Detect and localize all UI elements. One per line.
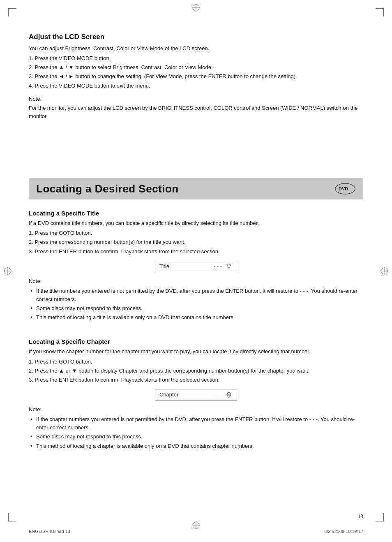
corner-mark-top-left — [8, 8, 16, 16]
section-banner: Locating a Desired Section DVD — [29, 178, 363, 199]
chapter-display-box: Chapter - - - — [155, 389, 237, 401]
footer: ENGLISH IB.indd 13 6/24/2009 10:19:17 — [0, 529, 392, 534]
reg-mark-right — [380, 266, 389, 276]
adjust-lcd-steps: 1. Press the VIDEO MODE button. 2. Press… — [29, 54, 363, 90]
chapter-bullet-3: This method of locating a chapter is ava… — [29, 442, 363, 450]
svg-text:DVD: DVD — [339, 186, 348, 191]
adjust-note-text: For the monitor, you can adjust the LCD … — [29, 104, 363, 120]
chapter-note-label: Note: — [29, 405, 363, 414]
banner-title: Locating a Desired Section — [36, 183, 179, 195]
title-bullet-2: Some discs may not respond to this proce… — [29, 304, 363, 313]
page: Adjust the LCD Screen You can adjust Bri… — [0, 0, 392, 542]
title-display-value: - - - — [214, 263, 222, 269]
title-note-bullets: If the title numbers you entered is not … — [29, 287, 363, 322]
page-number: 13 — [358, 513, 363, 519]
chapter-bullet-1: If the chapter numbers you entered is no… — [29, 415, 363, 432]
adjust-step-1: 1. Press the VIDEO MODE button. — [29, 54, 363, 63]
chapter-step-3: 3. Press the ENTER button to confirm. Pl… — [29, 376, 363, 384]
specific-title-steps: 1. Press the GOTO button. 2. Press the c… — [29, 229, 363, 255]
title-display-icon — [225, 263, 233, 270]
reg-mark-bottom — [191, 521, 201, 530]
reg-mark-top — [191, 3, 201, 12]
chapter-bullet-2: Some discs may not respond to this proce… — [29, 433, 363, 441]
adjust-step-3: 3. Press the ◄ / ► button to change the … — [29, 72, 363, 81]
chapter-step-1: 1. Press the GOTO button. — [29, 358, 363, 366]
adjust-note: Note: For the monitor, you can adjust th… — [29, 95, 363, 120]
chapter-display-icon — [225, 391, 233, 398]
specific-title-intro: If a DVD contains title numbers, you can… — [29, 219, 363, 227]
adjust-lcd-heading: Adjust the LCD Screen — [29, 33, 363, 41]
title-note-label: Note: — [29, 277, 363, 285]
svg-marker-14 — [227, 265, 231, 268]
adjust-step-4: 4. Press the VIDEO MODE button to exit t… — [29, 82, 363, 90]
chapter-note-bullets: If the chapter numbers you entered is no… — [29, 415, 363, 450]
specific-chapter-intro: If you know the chapter number for the c… — [29, 347, 363, 356]
adjust-note-label: Note: — [29, 95, 363, 103]
adjust-lcd-section: Adjust the LCD Screen You can adjust Bri… — [29, 33, 363, 120]
title-step-2: 2. Press the corresponding number button… — [29, 238, 363, 246]
svg-marker-16 — [227, 395, 231, 398]
dvd-badge: DVD — [334, 182, 356, 195]
specific-title-heading: Locating a Specific Title — [29, 210, 363, 217]
title-bullet-3: This method of locating a title is avail… — [29, 313, 363, 322]
footer-right: 6/24/2009 10:19:17 — [324, 529, 363, 534]
page-number-text: 13 — [358, 514, 363, 519]
corner-mark-bottom-left — [8, 513, 16, 521]
title-step-1: 1. Press the GOTO button. — [29, 229, 363, 237]
specific-chapter-heading: Locating a Specific Chapter — [29, 338, 363, 345]
svg-marker-15 — [227, 392, 231, 394]
title-bullet-1: If the title numbers you entered is not … — [29, 287, 363, 303]
chapter-display-label: Chapter — [159, 391, 214, 398]
title-step-3: 3. Press the ENTER button to confirm. Pl… — [29, 248, 363, 256]
specific-title-section: Locating a Specific Title If a DVD conta… — [29, 210, 363, 322]
chapter-display-wrapper: Chapter - - - — [29, 389, 363, 401]
adjust-step-2: 2. Press the ▲ / ▼ button to select Brig… — [29, 63, 363, 72]
specific-chapter-steps: 1. Press the GOTO button. 2. Press the ▲… — [29, 358, 363, 384]
adjust-lcd-intro: You can adjust Brightness, Contrast, Col… — [29, 44, 363, 53]
footer-left: ENGLISH IB.indd 13 — [29, 529, 70, 534]
corner-mark-bottom-right — [376, 513, 384, 521]
title-display-label: Title — [159, 263, 214, 269]
title-display-box: Title - - - — [155, 261, 237, 272]
corner-mark-top-right — [376, 8, 384, 16]
reg-mark-left — [3, 266, 12, 276]
title-display-wrapper: Title - - - — [29, 261, 363, 272]
chapter-step-2: 2. Press the ▲ or ▼ button to display Ch… — [29, 367, 363, 375]
specific-chapter-section: Locating a Specific Chapter If you know … — [29, 338, 363, 450]
chapter-display-value: - - - — [214, 391, 222, 398]
